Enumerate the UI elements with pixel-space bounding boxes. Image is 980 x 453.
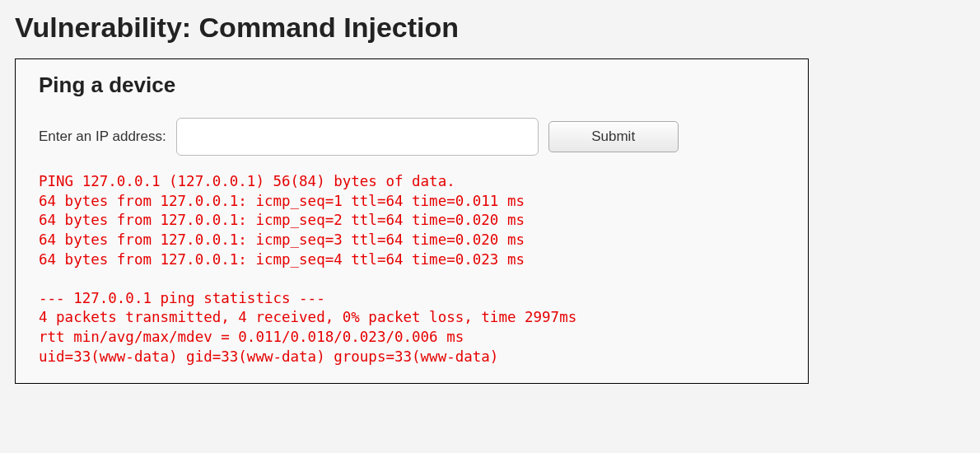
submit-button[interactable]: Submit [548, 121, 679, 152]
ip-label: Enter an IP address: [39, 128, 166, 145]
panel-heading: Ping a device [39, 72, 785, 98]
ping-panel: Ping a device Enter an IP address: Submi… [15, 58, 809, 384]
ping-output: PING 127.0.0.1 (127.0.0.1) 56(84) bytes … [39, 172, 785, 367]
ping-form: Enter an IP address: Submit [39, 118, 785, 156]
page-title: Vulnerability: Command Injection [15, 0, 965, 58]
ip-input[interactable] [176, 118, 539, 156]
